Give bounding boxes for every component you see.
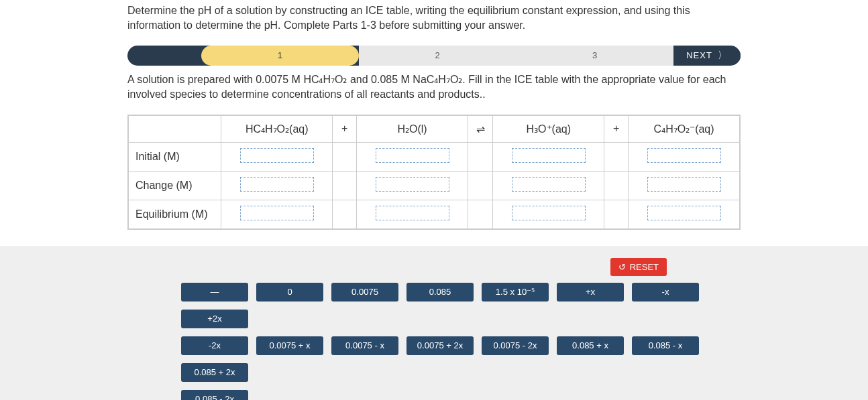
part-instructions: A solution is prepared with 0.0075 M HC₄… [127, 72, 741, 103]
dropzone[interactable] [376, 177, 449, 192]
progress-step-3[interactable]: 3 [516, 46, 673, 66]
question-container: Determine the pH of a solution by constr… [0, 0, 868, 400]
main-instructions: Determine the pH of a solution by constr… [127, 3, 741, 34]
ice-table: HC₄H₇O₂(aq) + H₂O(l) ⇌ H₃O⁺(aq) + C₄H₇O₂… [128, 115, 740, 229]
chip[interactable]: — [181, 283, 248, 302]
chip[interactable]: 0.0075 - x [331, 336, 398, 355]
chip[interactable]: 0 [256, 283, 323, 302]
chip[interactable]: +x [557, 283, 624, 302]
chip[interactable]: 0.0075 + x [256, 336, 323, 355]
chip[interactable]: 0.0075 - 2x [482, 336, 549, 355]
table-row: Change (M) [129, 171, 740, 200]
op-plus-2: + [604, 115, 629, 142]
species-4: C₄H₇O₂⁻(aq) [629, 115, 740, 142]
chip[interactable]: -x [632, 283, 699, 302]
table-row: Equilibrium (M) [129, 200, 740, 228]
next-button[interactable]: NEXT 〉 [673, 50, 741, 62]
op-plus-1: + [333, 115, 357, 142]
chip[interactable]: 0.085 - x [632, 336, 699, 355]
dropzone[interactable] [512, 206, 586, 220]
reset-button[interactable]: ↺ RESET [610, 258, 667, 276]
chip[interactable]: 0.0075 [331, 283, 398, 302]
chip[interactable]: 0.085 - 2x [181, 390, 248, 400]
table-row: Initial (M) [129, 142, 740, 171]
dropzone[interactable] [512, 148, 586, 163]
dropzone[interactable] [647, 206, 721, 220]
species-3: H₃O⁺(aq) [493, 115, 604, 142]
ice-table-wrapper: HC₄H₇O₂(aq) + H₂O(l) ⇌ H₃O⁺(aq) + C₄H₇O₂… [127, 115, 741, 230]
dropzone[interactable] [512, 177, 586, 192]
reset-label: RESET [630, 262, 659, 272]
answer-chip-area: ↺ RESET — 0 0.0075 0.085 1.5 x 10⁻⁵ +x -… [0, 246, 868, 400]
dropzone[interactable] [240, 177, 314, 192]
chip[interactable]: 0.0075 + 2x [406, 336, 474, 355]
op-eq: ⇌ [468, 115, 493, 142]
species-1: HC₄H₇O₂(aq) [221, 115, 333, 142]
dropzone[interactable] [240, 206, 314, 220]
row-label-change: Change (M) [129, 171, 221, 200]
species-2: H₂O(l) [357, 115, 468, 142]
chip-row-3: 0.085 - 2x [181, 390, 741, 400]
row-label-equilibrium: Equilibrium (M) [129, 200, 221, 228]
chip[interactable]: 0.085 + 2x [181, 363, 248, 382]
chip[interactable]: 1.5 x 10⁻⁵ [482, 283, 549, 302]
chip[interactable]: +2x [181, 310, 248, 328]
chip[interactable]: 0.085 [406, 283, 474, 302]
next-label: NEXT [686, 50, 712, 60]
row-label-initial: Initial (M) [129, 142, 221, 171]
table-header-row: HC₄H₇O₂(aq) + H₂O(l) ⇌ H₃O⁺(aq) + C₄H₇O₂… [129, 115, 740, 142]
chip[interactable]: -2x [181, 336, 248, 355]
undo-icon: ↺ [618, 262, 626, 272]
header-blank [129, 115, 221, 142]
progress-step-2[interactable]: 2 [359, 46, 517, 66]
dropzone[interactable] [376, 148, 449, 163]
chip[interactable]: 0.085 + x [557, 336, 624, 355]
chip-row-1: — 0 0.0075 0.085 1.5 x 10⁻⁵ +x -x +2x [181, 283, 741, 328]
dropzone[interactable] [647, 148, 721, 163]
dropzone[interactable] [240, 148, 314, 163]
chevron-right-icon: 〉 [718, 50, 728, 62]
progress-step-1[interactable]: 1 [201, 46, 359, 66]
dropzone[interactable] [376, 206, 449, 220]
progress-bar: 1 2 3 NEXT 〉 [127, 46, 741, 66]
dropzone[interactable] [647, 177, 721, 192]
chip-row-2: -2x 0.0075 + x 0.0075 - x 0.0075 + 2x 0.… [181, 336, 741, 382]
